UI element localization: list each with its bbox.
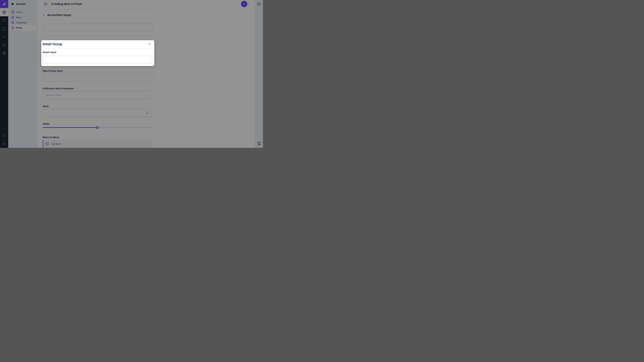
detail-input-label: Detail Input <box>42 51 56 54</box>
detail-input[interactable] <box>42 56 152 64</box>
divider <box>42 48 151 48</box>
detail-group-panel: Detail Group Detail Input <box>41 40 154 66</box>
detail-group-title: Detail Group <box>42 42 62 46</box>
dim-overlay <box>0 0 263 148</box>
app-window: Directus Author Blogs <box>0 0 263 148</box>
chevron-down-icon[interactable] <box>148 42 151 46</box>
detail-group-header[interactable]: Detail Group <box>42 40 151 48</box>
